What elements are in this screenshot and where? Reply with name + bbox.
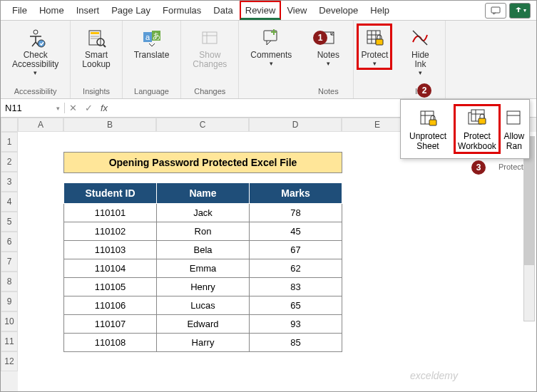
svg-rect-36 (507, 111, 520, 124)
show-changes-icon (198, 26, 221, 49)
table-row: 110104Emma62 (64, 259, 342, 278)
row-header[interactable]: 7 (1, 252, 18, 272)
chevron-down-icon: ▾ (419, 69, 422, 76)
select-all-corner[interactable] (1, 118, 18, 132)
row-header[interactable]: 1 (1, 132, 18, 152)
group-changes: Show Changes Changes (181, 21, 239, 98)
cells-area[interactable]: Opening Password Protected Excel File St… (18, 132, 536, 391)
row-headers: 123456789101112 (1, 132, 18, 391)
translate-button[interactable]: aあ Translate (130, 24, 174, 63)
hide-ink-button[interactable]: Hide Ink ▾ (402, 24, 438, 79)
ribbon: Check Accessibility ▾ Accessibility Smar… (1, 21, 536, 99)
sheet-title: Opening Password Protected Excel File (64, 153, 342, 173)
smart-lookup-icon (85, 26, 108, 49)
svg-rect-13 (203, 32, 217, 43)
chevron-down-icon: ▾ (373, 60, 377, 67)
row-header[interactable]: 12 (1, 351, 18, 371)
group-insights: Smart Lookup Insights (71, 21, 122, 98)
protect-workbook-button[interactable]: Protect Workbook (454, 104, 501, 154)
tab-developer[interactable]: Develope (313, 1, 364, 20)
svg-point-1 (34, 30, 38, 34)
row-header[interactable]: 3 (1, 172, 18, 192)
ranges-icon (503, 107, 525, 130)
comments-icon (260, 26, 282, 49)
group-accessibility: Check Accessibility ▾ Accessibility (1, 21, 71, 98)
enter-formula-icon[interactable]: ✓ (81, 103, 96, 113)
table-row: 110106Lucas65 (64, 296, 342, 315)
group-language: aあ Translate Language (123, 21, 182, 98)
workbook-lock-icon (466, 107, 489, 130)
chevron-down-icon: ▾ (327, 60, 330, 67)
chevron-down-icon: ▾ (34, 69, 37, 76)
table-row: 110108Harry85 (64, 334, 342, 352)
col-header[interactable]: C (156, 118, 249, 132)
ribbon-tabs: File Home Insert Page Lay Formulas Data … (1, 1, 536, 21)
callout-2: 2 (417, 83, 431, 98)
group-protect: Protect ▾ (354, 21, 395, 98)
row-header[interactable]: 6 (1, 232, 18, 252)
protect-icon (363, 26, 386, 49)
table-row: 110105Henry83 (64, 278, 342, 296)
svg-line-8 (103, 45, 106, 47)
tab-pagelayout[interactable]: Page Lay (106, 1, 157, 20)
table-header-row: Student ID Name Marks (64, 183, 342, 204)
svg-rect-25 (376, 39, 383, 45)
sheet-lock-icon (416, 107, 439, 130)
unprotect-sheet-button[interactable]: Unprotect Sheet (405, 104, 451, 154)
fx-icon[interactable]: fx (96, 103, 112, 113)
row-header[interactable]: 4 (1, 192, 18, 212)
tab-formulas[interactable]: Formulas (157, 1, 208, 20)
table-row: 110107Edward93 (64, 315, 342, 334)
svg-point-2 (38, 40, 45, 47)
group-notes: Notes ▾ Notes (303, 21, 354, 98)
tab-insert[interactable]: Insert (71, 1, 106, 20)
svg-rect-0 (491, 7, 500, 13)
table-row: 110102Ron45 (64, 222, 342, 241)
tab-home[interactable]: Home (34, 1, 71, 20)
table-row: 110101Jack78 (64, 204, 342, 222)
accessibility-icon (24, 26, 47, 49)
col-header[interactable]: B (63, 118, 156, 132)
tab-data[interactable]: Data (208, 1, 239, 20)
svg-rect-4 (91, 32, 99, 34)
tab-view[interactable]: View (281, 1, 313, 20)
svg-rect-35 (479, 118, 486, 124)
row-header[interactable]: 11 (1, 331, 18, 351)
check-accessibility-button[interactable]: Check Accessibility ▾ (8, 24, 63, 79)
chevron-down-icon: ▾ (270, 60, 273, 67)
protect-button[interactable]: Protect ▾ (357, 24, 392, 70)
tab-review[interactable]: Review (240, 1, 282, 20)
smart-lookup-button[interactable]: Smart Lookup (78, 24, 114, 72)
tab-help[interactable]: Help (364, 1, 396, 20)
svg-text:あ: あ (152, 31, 160, 40)
callout-3: 3 (471, 160, 486, 175)
protect-dropdown: Unprotect Sheet Protect Workbook Allow R… (400, 99, 530, 159)
row-header[interactable]: 10 (1, 311, 18, 331)
row-header[interactable]: 2 (1, 152, 18, 172)
cancel-formula-icon[interactable]: ✕ (65, 103, 81, 113)
notes-button[interactable]: Notes ▾ (310, 24, 346, 70)
comments-button[interactable]: Comments ▾ (246, 24, 296, 70)
watermark: exceldemy (410, 370, 458, 381)
svg-text:a: a (145, 33, 150, 41)
comments-toggle-icon[interactable] (485, 3, 506, 19)
show-changes-button: Show Changes (188, 24, 231, 72)
row-header[interactable]: 8 (1, 272, 18, 292)
allow-ranges-button[interactable]: Allow Ran (503, 104, 525, 154)
vertical-scrollbar[interactable] (523, 136, 535, 321)
ink-icon (409, 26, 431, 49)
name-box[interactable]: N11▾ (1, 103, 65, 113)
table-row: 110103Bela67 (64, 241, 342, 259)
svg-rect-30 (429, 120, 436, 125)
callout-1: 1 (313, 31, 327, 45)
share-button[interactable]: ▾ (509, 3, 531, 19)
row-header[interactable]: 5 (1, 212, 18, 232)
group-comments: Comments ▾ (239, 21, 303, 98)
col-header[interactable]: D (249, 118, 342, 132)
col-header[interactable]: A (18, 118, 63, 132)
tab-file[interactable]: File (6, 1, 34, 20)
row-header[interactable]: 9 (1, 292, 18, 311)
translate-icon: aあ (140, 26, 163, 49)
